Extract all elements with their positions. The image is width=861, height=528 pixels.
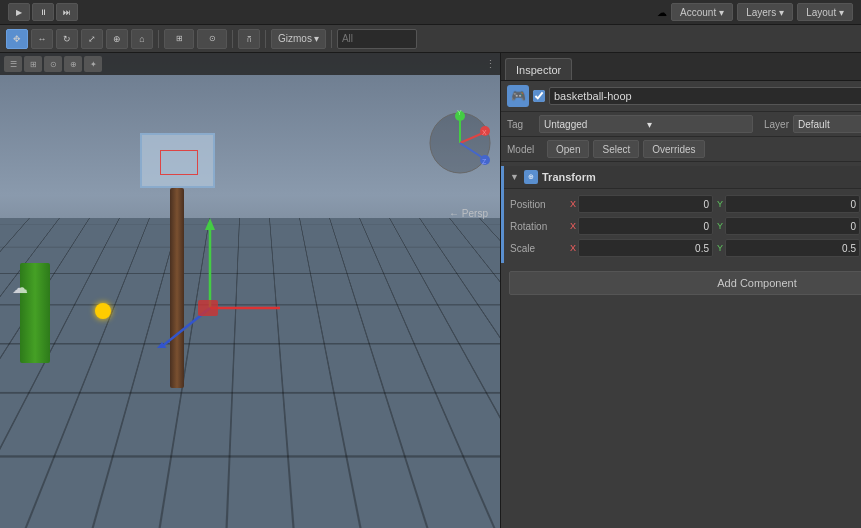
scale-y-axis: Y <box>715 243 725 253</box>
main-toolbar: ✥ ↔ ↻ ⤢ ⊕ ⌂ ⊞ ⊙ ⩃ Gizmos ▾ <box>0 25 861 53</box>
position-x-field: X <box>568 195 713 213</box>
tool-rect[interactable]: ⊕ <box>106 29 128 49</box>
gizmos-chevron-icon: ▾ <box>314 33 319 44</box>
toolbar-divider-3 <box>265 30 266 48</box>
add-component-row: Add Component <box>501 265 861 301</box>
add-component-button[interactable]: Add Component <box>509 271 861 295</box>
transform-title: Transform <box>542 171 861 183</box>
layer-label: Layer <box>757 119 789 130</box>
layout-button[interactable]: Layout ▾ <box>797 3 853 21</box>
rotation-y-field: Y <box>715 217 860 235</box>
position-y-axis: Y <box>715 199 725 209</box>
position-y-input[interactable] <box>725 195 860 213</box>
pause-button[interactable]: ⏸ <box>32 3 54 21</box>
model-select-button[interactable]: Select <box>593 140 639 158</box>
top-bar: ▶ ⏸ ⏭ ☁ Account ▾ Layers ▾ Layout ▾ <box>0 0 861 25</box>
play-controls: ▶ ⏸ ⏭ <box>8 3 78 21</box>
object-name-input[interactable] <box>549 87 861 105</box>
rotation-label: Rotation <box>510 221 568 232</box>
position-row: Position X Y Z <box>504 193 861 215</box>
scene-tool-2[interactable]: ⊞ <box>24 56 42 72</box>
rotation-x-field: X <box>568 217 713 235</box>
scene-tool-3[interactable]: ⊙ <box>44 56 62 72</box>
toolbar-divider-2 <box>232 30 233 48</box>
svg-rect-6 <box>198 300 218 316</box>
transform-icon: ⊕ <box>524 170 538 184</box>
tab-inspector[interactable]: Inspector <box>505 58 572 80</box>
inspector-tabs: Inspector 🔒 ⋮ <box>501 53 861 81</box>
snap-toggle[interactable]: ⩃ <box>238 29 260 49</box>
model-row: Model Open Select Overrides <box>501 137 861 162</box>
gizmos-button[interactable]: Gizmos ▾ <box>271 29 326 49</box>
position-label: Position <box>510 199 568 210</box>
scene-toolbar: ☰ ⊞ ⊙ ⊕ ✦ ⋮ <box>0 53 500 75</box>
layout-chevron-icon: ▾ <box>839 7 844 18</box>
transform-component-header[interactable]: ▼ ⊕ Transform ? ⚙ ⋮ <box>504 166 861 189</box>
scene-search-input[interactable] <box>337 29 417 49</box>
scale-row: Scale X Y Z <box>504 237 861 259</box>
scene-layers-icon[interactable]: ☰ <box>4 56 22 72</box>
scene-fx-icon[interactable]: ✦ <box>84 56 102 72</box>
play-controls-group: ▶ ⏸ ⏭ <box>0 3 86 21</box>
toolbar-divider-1 <box>158 30 159 48</box>
rotation-y-input[interactable] <box>725 217 860 235</box>
play-button[interactable]: ▶ <box>8 3 30 21</box>
tool-move[interactable]: ↔ <box>31 29 53 49</box>
transform-fields: Position X Y Z <box>504 189 861 263</box>
position-y-field: Y <box>715 195 860 213</box>
tool-scale[interactable]: ⤢ <box>81 29 103 49</box>
scale-fields: X Y Z <box>568 239 861 257</box>
tool-transform[interactable]: ⌂ <box>131 29 153 49</box>
model-open-button[interactable]: Open <box>547 140 589 158</box>
rotation-x-axis: X <box>568 221 578 231</box>
layers-chevron-icon: ▾ <box>779 7 784 18</box>
scale-x-input[interactable] <box>578 239 713 257</box>
main-area: ☰ ⊞ ⊙ ⊕ ✦ ⋮ <box>0 53 861 528</box>
rotation-x-input[interactable] <box>578 217 713 235</box>
global-toggle[interactable]: ⊙ <box>197 29 227 49</box>
scale-y-field: Y <box>715 239 860 257</box>
toolbar-tools: ✥ ↔ ↻ ⤢ ⊕ ⌂ ⊞ ⊙ ⩃ Gizmos ▾ <box>0 29 500 49</box>
tag-dropdown[interactable]: Untagged ▾ <box>539 115 753 133</box>
scale-label: Scale <box>510 243 568 254</box>
object-active-checkbox[interactable] <box>533 90 545 102</box>
object-type-icon: 🎮 <box>507 85 529 107</box>
position-x-axis: X <box>568 199 578 209</box>
scene-more-icon[interactable]: ⋮ <box>485 58 496 71</box>
tool-rotate[interactable]: ↻ <box>56 29 78 49</box>
pivot-toggle[interactable]: ⊞ <box>164 29 194 49</box>
svg-text:X: X <box>482 129 487 136</box>
account-chevron-icon: ▾ <box>719 7 724 18</box>
sun-icon <box>95 303 111 319</box>
tag-chevron-icon: ▾ <box>647 119 748 130</box>
position-x-input[interactable] <box>578 195 713 213</box>
cloud-icon: ☁ <box>657 7 667 18</box>
layers-button[interactable]: Layers ▾ <box>737 3 793 21</box>
scene-background: ☰ ⊞ ⊙ ⊕ ✦ ⋮ <box>0 53 500 528</box>
account-button[interactable]: Account ▾ <box>671 3 733 21</box>
axis-gizmo: X Z Y <box>425 108 495 178</box>
object-header: 🎮 Static ▾ <box>501 81 861 112</box>
cloud-scene-icon: ☁ <box>12 278 28 297</box>
scene-tool-4[interactable]: ⊕ <box>64 56 82 72</box>
scale-y-input[interactable] <box>725 239 860 257</box>
step-button[interactable]: ⏭ <box>56 3 78 21</box>
transform-expand-arrow: ▼ <box>510 172 520 182</box>
component-section: ▼ ⊕ Transform ? ⚙ ⋮ Position X <box>501 162 861 528</box>
tag-label: Tag <box>507 119 535 130</box>
tool-hand[interactable]: ✥ <box>6 29 28 49</box>
model-label: Model <box>507 144 543 155</box>
svg-marker-1 <box>205 218 215 230</box>
svg-text:Z: Z <box>482 158 487 165</box>
layer-dropdown[interactable]: Default ▾ <box>793 115 861 133</box>
backboard-inner <box>160 150 198 175</box>
persp-label[interactable]: ← Persp <box>449 208 488 219</box>
rotation-fields: X Y Z <box>568 217 861 235</box>
top-bar-right: ☁ Account ▾ Layers ▾ Layout ▾ <box>649 3 861 21</box>
scene-view: ☰ ⊞ ⊙ ⊕ ✦ ⋮ <box>0 53 500 528</box>
transform-component: ▼ ⊕ Transform ? ⚙ ⋮ Position X <box>501 166 861 263</box>
svg-text:Y: Y <box>457 109 462 116</box>
tag-layer-row: Tag Untagged ▾ Layer Default ▾ <box>501 112 861 137</box>
backboard <box>140 133 215 188</box>
model-overrides-button[interactable]: Overrides <box>643 140 704 158</box>
